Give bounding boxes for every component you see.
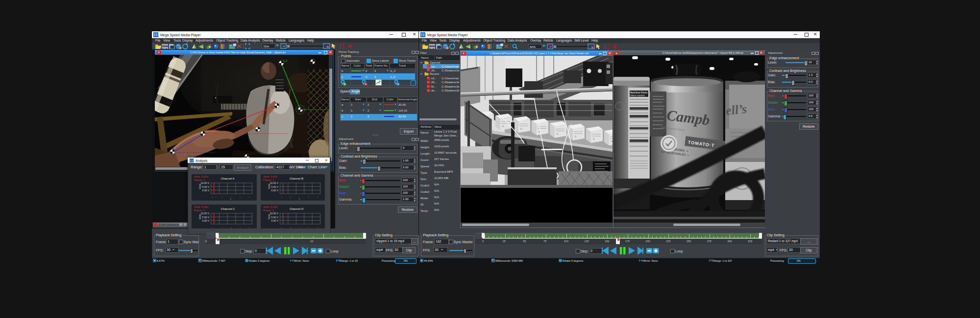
svg-text:ell’s: ell’s (725, 102, 748, 118)
svg-text:---: --- (317, 196, 319, 198)
svg-text:Valeur nutritive: Valeur nutritive (630, 94, 645, 97)
svg-text:---: --- (248, 196, 251, 198)
svg-text:Nutrition Facts: Nutrition Facts (630, 91, 647, 94)
svg-text:---: --- (221, 196, 223, 198)
svg-text:---: --- (281, 196, 283, 198)
svg-text:b_2: b_2 (283, 59, 288, 62)
svg-text:---: --- (239, 196, 242, 198)
svg-text:---: --- (308, 196, 310, 198)
svg-text:---: --- (212, 196, 214, 198)
svg-text:6: 6 (611, 140, 612, 143)
svg-text:---: --- (290, 196, 292, 198)
